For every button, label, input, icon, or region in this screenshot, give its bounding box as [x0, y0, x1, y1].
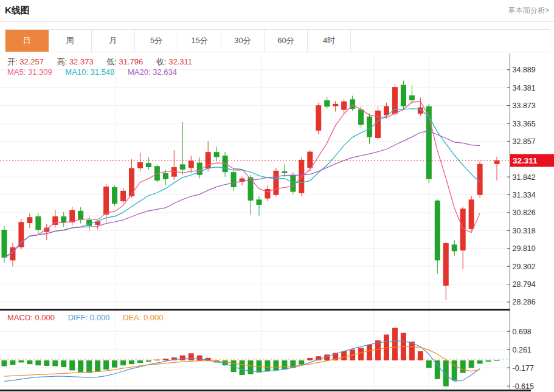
macd-bar — [129, 360, 134, 364]
y-axis-label: 33.873 — [513, 101, 536, 110]
macd-bar — [248, 360, 254, 374]
macd-bar — [78, 360, 83, 372]
tabbar-filler — [351, 30, 550, 52]
candle-body — [443, 243, 449, 286]
tab-period-周[interactable]: 周 — [49, 30, 92, 52]
tab-period-60分[interactable]: 60分 — [265, 30, 308, 52]
close-label: 收: — [156, 57, 167, 66]
macd-bar — [477, 360, 483, 363]
tab-period-5分[interactable]: 5分 — [135, 30, 178, 52]
open-label: 开: — [7, 57, 18, 66]
candle-body — [316, 105, 321, 131]
macd-bar — [120, 360, 126, 365]
y-axis-label: 30.318 — [513, 227, 536, 235]
candle-body — [163, 173, 168, 179]
macd-bar — [189, 353, 194, 360]
ma20-value: 32.634 — [153, 67, 177, 77]
diff-label: DIFF: — [68, 313, 88, 322]
candle-body — [324, 100, 330, 106]
macd-bar — [273, 360, 279, 370]
macd-histogram — [1, 328, 499, 386]
candle-body — [61, 216, 66, 222]
macd-bar — [197, 356, 203, 360]
macd-bar — [52, 360, 58, 366]
candle-body — [409, 95, 415, 100]
macd-bar — [494, 360, 500, 361]
candle-body — [103, 187, 109, 215]
low-value: 31.796 — [119, 57, 144, 66]
ma20-readout: MA20: 32.634 — [128, 67, 177, 77]
ma20-line — [4, 131, 480, 258]
ma20-label: MA20: — [128, 67, 151, 77]
candle-body — [273, 171, 279, 195]
candle-body — [1, 230, 7, 258]
close-value: 32.311 — [168, 57, 192, 66]
macd-bar — [341, 351, 347, 360]
candle-body — [180, 164, 185, 170]
macd-bar — [103, 360, 109, 370]
y-axis-labels: 34.88934.38133.87333.36532.85731.84231.3… — [507, 66, 536, 390]
macd-bar — [10, 360, 15, 365]
y-axis-label: 29.302 — [513, 263, 536, 271]
page-header: K线图 基本面分析> — [0, 0, 554, 22]
macd-bar — [180, 356, 185, 360]
macd-bar — [358, 348, 364, 360]
macd-bar — [367, 345, 372, 360]
macd-value: 0.000 — [35, 313, 55, 322]
page-title: K线图 — [5, 5, 30, 16]
candle-body — [375, 111, 381, 138]
tab-period-日[interactable]: 日 — [5, 30, 49, 52]
tab-period-15分[interactable]: 15分 — [178, 30, 221, 52]
y-axis-label: 31.842 — [513, 173, 536, 182]
y-axis-label: 29.810 — [513, 244, 536, 253]
macd-bar — [486, 360, 491, 362]
candle-body — [231, 172, 237, 187]
macd-readout: MACD: 0.000 — [7, 313, 55, 322]
macd-bar — [146, 360, 151, 362]
macd-bar — [112, 360, 117, 368]
candle-body — [307, 152, 313, 168]
low-label: 低: — [106, 57, 117, 66]
ma10-readout: MA10: 31.548 — [65, 67, 114, 77]
y-axis-label: -0.615 — [513, 382, 534, 391]
candle-body — [435, 201, 440, 260]
y-axis-label: 34.381 — [513, 84, 536, 92]
macd-bar — [469, 360, 474, 368]
candle-body — [112, 187, 117, 204]
kline-chart-canvas[interactable]: 34.88934.38133.87333.36532.85731.84231.3… — [0, 53, 554, 392]
macd-label: MACD: — [7, 313, 33, 322]
candle-body — [494, 160, 500, 164]
tab-period-30分[interactable]: 30分 — [221, 30, 265, 52]
ma5-label: MA5: — [7, 67, 26, 77]
y-axis-label: 30.826 — [513, 208, 536, 217]
macd-bar — [282, 360, 287, 370]
y-axis-label: 28.286 — [513, 298, 536, 306]
candle-body — [265, 189, 270, 199]
high-label: 高: — [57, 57, 68, 66]
macd-bar — [18, 360, 24, 362]
fundamental-analysis-link[interactable]: 基本面分析> — [508, 5, 549, 16]
ma5-value: 31.309 — [28, 67, 52, 77]
tab-period-月[interactable]: 月 — [92, 30, 135, 52]
ma10-label: MA10: — [65, 67, 88, 77]
macd-bar — [69, 360, 75, 370]
dea-value: 0.000 — [144, 313, 164, 322]
macd-bar — [86, 360, 92, 373]
y-axis-label: 32.857 — [513, 137, 536, 146]
candle-body — [27, 217, 32, 223]
y-axis-label: 34.889 — [513, 66, 536, 74]
macd-bar — [426, 360, 432, 368]
candle-body — [78, 211, 83, 220]
tab-period-4时[interactable]: 4时 — [308, 30, 351, 52]
candle-body — [35, 216, 41, 230]
y-axis-label: 31.334 — [513, 191, 536, 199]
candle-body — [469, 199, 474, 229]
candle-body — [477, 164, 483, 195]
candle-body — [214, 152, 220, 157]
macd-bar — [460, 360, 466, 373]
chart-area: 34.88934.38133.87333.36532.85731.84231.3… — [0, 53, 554, 392]
gridlines — [0, 53, 510, 390]
candle-body — [341, 101, 347, 110]
candle-body — [129, 168, 134, 196]
high-value: 32.373 — [69, 57, 94, 66]
